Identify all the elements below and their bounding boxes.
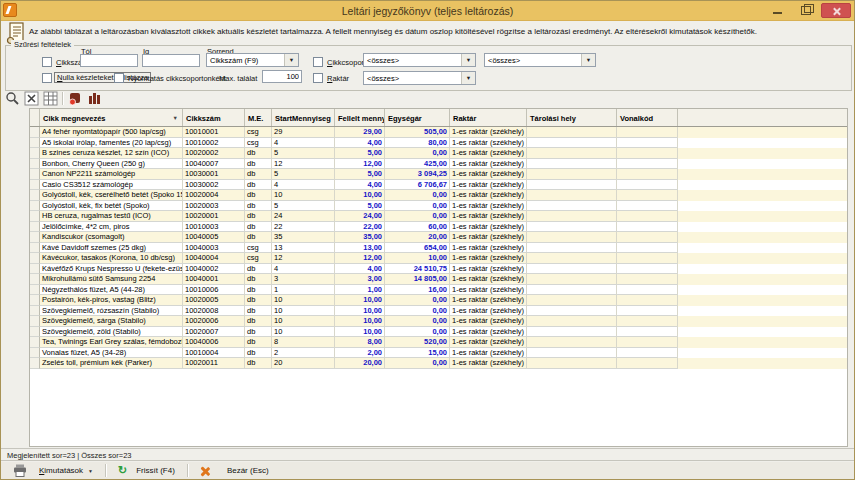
chart-icon[interactable] bbox=[68, 91, 84, 107]
cell-cikk-megnevezes: Szövegkiemelő, rózsaszín (Stabilo) bbox=[40, 306, 183, 317]
chevron-down-icon[interactable]: ▼ bbox=[461, 72, 475, 84]
tol-input[interactable] bbox=[80, 54, 138, 67]
row-selector[interactable] bbox=[30, 264, 40, 275]
cell-me: db bbox=[245, 285, 272, 296]
table-row[interactable]: Kávécukor, tasakos (Korona, 10 db/csg)10… bbox=[30, 253, 847, 264]
row-selector[interactable] bbox=[30, 348, 40, 359]
excel-export-icon[interactable] bbox=[24, 91, 40, 107]
chevron-down-icon[interactable]: ▼ bbox=[461, 54, 475, 66]
ig-input[interactable] bbox=[142, 54, 200, 67]
table-row[interactable]: Zselés toll, prémium kék (Parker)1002001… bbox=[30, 358, 847, 369]
row-selector-header[interactable] bbox=[30, 109, 40, 126]
row-selector[interactable] bbox=[30, 295, 40, 306]
kimutatasok-button[interactable]: Kimutatások ▼ bbox=[33, 463, 99, 478]
minimize-button[interactable] bbox=[765, 3, 791, 18]
row-selector[interactable] bbox=[30, 232, 40, 243]
table-row[interactable]: Mikrohullámú sütő Samsung 225410040001db… bbox=[30, 274, 847, 285]
table-row[interactable]: B szines ceruza készlet, 12 szín (ICO)10… bbox=[30, 148, 847, 159]
row-selector[interactable] bbox=[30, 358, 40, 369]
row-selector[interactable] bbox=[30, 306, 40, 317]
row-selector[interactable] bbox=[30, 190, 40, 201]
nyomtatas-cikkcsoport-checkbox[interactable] bbox=[114, 73, 124, 83]
cell-fellelt-menny: 3,00 bbox=[335, 274, 385, 285]
row-selector[interactable] bbox=[30, 127, 40, 138]
table-row[interactable]: A5 iskolai írólap, famentes (20 lap/csg)… bbox=[30, 138, 847, 149]
table-row[interactable]: A4 fehér nyomtatópapír (500 lap/csg)1001… bbox=[30, 127, 847, 138]
cell-vonalkod bbox=[617, 316, 678, 327]
table-row[interactable]: Jelölőcímke, 4*2 cm, piros10010003db2222… bbox=[30, 222, 847, 233]
cikkcsoport-select[interactable]: <összes> ▼ bbox=[363, 53, 476, 67]
row-selector[interactable] bbox=[30, 169, 40, 180]
refresh-button[interactable]: ↻ Frissít (F4) bbox=[112, 463, 181, 478]
cell-me: db bbox=[245, 306, 272, 317]
grid-view-icon[interactable] bbox=[43, 91, 59, 107]
table-row[interactable]: Golyóstoll, kék, fix betét (Spoko)100200… bbox=[30, 201, 847, 212]
table-row[interactable]: Szövegkiemelő, rózsaszín (Stabilo)100200… bbox=[30, 306, 847, 317]
cell-raktar: 1-es raktár (székhely) bbox=[450, 348, 527, 359]
row-selector[interactable] bbox=[30, 337, 40, 348]
column-header-cikkszam[interactable]: Cikkszám bbox=[183, 109, 245, 126]
close-form-button[interactable]: Bezár (Esc) bbox=[194, 463, 275, 478]
table-row[interactable]: Vonalas füzet, A5 (34-28)10010004db22,00… bbox=[30, 348, 847, 359]
column-header-startmennyiseg[interactable]: StartMennyiseg bbox=[272, 109, 335, 126]
table-row[interactable]: Casio CS3512 számológép10030002db44,006 … bbox=[30, 180, 847, 191]
table-row[interactable]: Kandiscukor (csomagolt)10040005db3535,00… bbox=[30, 232, 847, 243]
row-selector[interactable] bbox=[30, 159, 40, 170]
cell-cikk-megnevezes: Vonalas füzet, A5 (34-28) bbox=[40, 348, 183, 359]
cell-raktar: 1-es raktár (székhely) bbox=[450, 138, 527, 149]
chevron-down-icon[interactable]: ▼ bbox=[581, 54, 595, 66]
row-selector[interactable] bbox=[30, 148, 40, 159]
table-row[interactable]: Canon NP2211 számológép10030001db55,003 … bbox=[30, 169, 847, 180]
columns-icon[interactable] bbox=[87, 91, 103, 107]
restore-button[interactable] bbox=[793, 3, 819, 18]
max-talalat-input[interactable] bbox=[262, 70, 302, 83]
table-row[interactable]: Postairón, kék-piros, vastag (Blitz)1002… bbox=[30, 295, 847, 306]
cell-raktar: 1-es raktár (székhely) bbox=[450, 253, 527, 264]
table-row[interactable]: HB ceruza, rugalmas testű (ICO)10020001d… bbox=[30, 211, 847, 222]
table-row[interactable]: Tea, Twinings Earl Grey szálas, fémdoboz… bbox=[30, 337, 847, 348]
cell-vonalkod bbox=[617, 285, 678, 296]
row-selector[interactable] bbox=[30, 243, 40, 254]
column-header-tarolasi-hely[interactable]: Tárolási hely bbox=[527, 109, 617, 126]
row-selector[interactable] bbox=[30, 274, 40, 285]
column-header-raktar[interactable]: Raktár bbox=[450, 109, 527, 126]
column-header-cikk-megnevezes[interactable]: Cikk megnevezés▼ bbox=[40, 109, 183, 126]
row-selector[interactable] bbox=[30, 138, 40, 149]
table-row[interactable]: Négyzethálós füzet, A5 (44-28)10010006db… bbox=[30, 285, 847, 296]
row-selector[interactable] bbox=[30, 201, 40, 212]
table-row[interactable]: Szövegkiemelő, zöld (Stabilo)10020007db1… bbox=[30, 327, 847, 338]
column-header-vonalkod[interactable]: Vonalkód bbox=[617, 109, 678, 126]
cell-egysegar: 10,00 bbox=[385, 253, 450, 264]
column-header-fellelt-menny[interactable]: Fellelt menny. bbox=[335, 109, 385, 126]
table-row[interactable]: Golyóstoll, kék, cserélhető betét (Spoko… bbox=[30, 190, 847, 201]
cell-me: db bbox=[245, 337, 272, 348]
print-button[interactable] bbox=[7, 463, 33, 478]
cikkcsoport-checkbox[interactable] bbox=[313, 57, 323, 67]
cikkcsoport-secondary-select[interactable]: <összes> ▼ bbox=[484, 53, 596, 67]
sorrend-select[interactable]: Cikkszám (F9) ▼ bbox=[206, 53, 299, 67]
column-header-egysegar[interactable]: Egységár bbox=[385, 109, 450, 126]
row-selector[interactable] bbox=[30, 316, 40, 327]
nulla-keszlet-checkbox[interactable] bbox=[42, 73, 52, 83]
cell-vonalkod bbox=[617, 127, 678, 138]
cell-egysegar: 20,00 bbox=[385, 232, 450, 243]
cikkszam-checkbox[interactable] bbox=[42, 57, 52, 67]
search-icon[interactable] bbox=[5, 91, 21, 107]
table-row[interactable]: Kávé Davidoff szemes (25 dkg)10040003csg… bbox=[30, 243, 847, 254]
table-row[interactable]: Bonbon, Cherry Queen (250 g)10040007db12… bbox=[30, 159, 847, 170]
column-header-me[interactable]: M.E. bbox=[245, 109, 272, 126]
row-selector[interactable] bbox=[30, 222, 40, 233]
row-selector[interactable] bbox=[30, 285, 40, 296]
raktar-select[interactable]: <összes> ▼ bbox=[363, 71, 476, 85]
raktar-checkbox[interactable] bbox=[313, 73, 323, 83]
column-header-label: Cikk megnevezés bbox=[43, 114, 106, 123]
cell-cikkszam: 10020004 bbox=[183, 190, 245, 201]
table-row[interactable]: Kávéfőző Krups Nespresso U (fekete-ezüst… bbox=[30, 264, 847, 275]
table-row[interactable]: Szövegkiemelő, sárga (Stabilo)10020006db… bbox=[30, 316, 847, 327]
row-selector[interactable] bbox=[30, 253, 40, 264]
row-selector[interactable] bbox=[30, 211, 40, 222]
row-selector[interactable] bbox=[30, 180, 40, 191]
chevron-down-icon[interactable]: ▼ bbox=[284, 54, 298, 66]
close-button[interactable] bbox=[821, 3, 851, 18]
row-selector[interactable] bbox=[30, 327, 40, 338]
